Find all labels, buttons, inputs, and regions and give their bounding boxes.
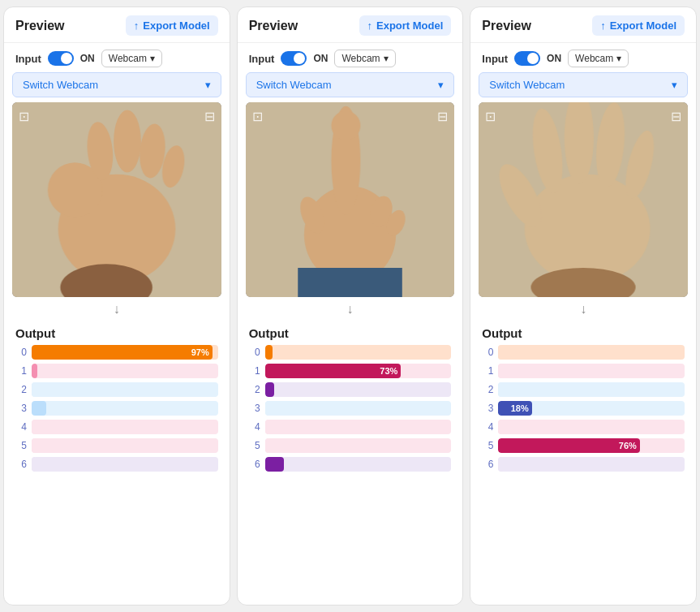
switch-webcam-button[interactable]: Switch Webcam▾ xyxy=(12,72,221,97)
bar-track xyxy=(498,457,685,472)
chevron-down-icon: ▾ xyxy=(384,53,389,64)
switch-webcam-button[interactable]: Switch Webcam▾ xyxy=(479,72,688,97)
bar-fill xyxy=(498,457,504,472)
bar-track xyxy=(265,420,452,434)
on-label: ON xyxy=(547,53,561,64)
switch-webcam-label: Switch Webcam xyxy=(23,79,98,91)
input-toggle[interactable] xyxy=(48,51,74,66)
export-model-button[interactable]: ↑Export Model xyxy=(126,15,218,36)
bar-label: 0 xyxy=(482,347,493,358)
switch-webcam-button[interactable]: Switch Webcam▾ xyxy=(246,72,455,97)
bar-fill xyxy=(32,401,46,416)
panel-header: Preview↑Export Model xyxy=(470,7,696,43)
bar-row: 576% xyxy=(482,438,685,453)
bar-label: 3 xyxy=(249,403,260,414)
bar-track xyxy=(32,364,218,378)
bar-label: 4 xyxy=(15,421,27,433)
input-row: InputONWebcam▾ xyxy=(238,43,463,72)
bar-label: 5 xyxy=(15,440,27,451)
bar-label: 6 xyxy=(249,459,260,470)
bar-track xyxy=(32,438,218,453)
toggle-thumb xyxy=(61,53,72,64)
export-icon: ↑ xyxy=(600,19,606,32)
bar-label: 2 xyxy=(15,384,27,395)
bar-label: 1 xyxy=(482,365,493,377)
bar-percentage: 73% xyxy=(380,366,397,376)
switch-webcam-row: Switch Webcam▾ xyxy=(4,72,230,102)
crop-icon[interactable]: ⊡ xyxy=(19,109,29,124)
bar-fill xyxy=(32,457,36,472)
webcam-select[interactable]: Webcam▾ xyxy=(334,50,395,67)
bar-row: 5 xyxy=(15,438,218,453)
webcam-preview: ⊡⊟ xyxy=(246,102,455,297)
chevron-down-icon: ▾ xyxy=(150,53,155,64)
crop-icon[interactable]: ⊡ xyxy=(252,109,263,124)
split-view-icon[interactable]: ⊟ xyxy=(204,109,215,124)
bar-track xyxy=(32,457,218,472)
output-title: Output xyxy=(249,326,452,340)
bar-fill xyxy=(32,420,36,434)
bar-label: 4 xyxy=(249,421,260,433)
bar-row: 4 xyxy=(15,420,218,434)
input-label: Input xyxy=(249,53,275,65)
bar-row: 0 xyxy=(482,345,685,360)
bar-fill xyxy=(498,345,501,360)
bar-row: 6 xyxy=(482,457,685,472)
export-label: Export Model xyxy=(376,19,443,32)
bar-label: 2 xyxy=(482,384,493,395)
split-view-icon[interactable]: ⊟ xyxy=(671,109,681,124)
hand-image xyxy=(246,102,455,297)
bar-track: 76% xyxy=(498,438,685,453)
bar-track xyxy=(32,382,218,397)
export-model-button[interactable]: ↑Export Model xyxy=(592,15,685,36)
bar-fill: 97% xyxy=(32,345,213,360)
chevron-down-icon: ▾ xyxy=(616,53,621,64)
bar-percentage: 18% xyxy=(511,403,529,413)
panel-3: Preview↑Export ModelInputONWebcam▾Switch… xyxy=(470,6,697,606)
bar-row: 318% xyxy=(482,401,685,416)
bar-fill xyxy=(265,382,274,397)
webcam-label: Webcam xyxy=(341,53,380,64)
down-arrow-icon: ↓ xyxy=(470,297,696,321)
input-label: Input xyxy=(15,53,41,65)
bar-fill xyxy=(32,382,35,397)
bar-row: 6 xyxy=(249,457,452,472)
on-label: ON xyxy=(80,53,95,64)
bar-fill xyxy=(265,345,273,360)
input-toggle[interactable] xyxy=(514,51,540,66)
output-section: Output0173%23456 xyxy=(238,321,463,605)
bar-track xyxy=(265,401,452,416)
bar-label: 3 xyxy=(15,403,27,414)
bar-track: 73% xyxy=(265,364,452,378)
on-label: ON xyxy=(313,53,328,64)
bar-track xyxy=(498,382,685,397)
output-section: Output012318%4576%6 xyxy=(470,321,696,605)
bar-fill xyxy=(498,382,501,397)
webcam-select[interactable]: Webcam▾ xyxy=(568,50,629,67)
export-model-button[interactable]: ↑Export Model xyxy=(359,15,452,36)
bar-track xyxy=(498,420,685,434)
bar-track xyxy=(498,345,685,360)
bar-track xyxy=(265,438,452,453)
bar-fill xyxy=(265,438,268,453)
bar-row: 2 xyxy=(482,382,685,397)
bar-fill xyxy=(498,364,502,378)
bar-track: 18% xyxy=(498,401,685,416)
bar-row: 173% xyxy=(249,364,452,378)
bar-fill: 73% xyxy=(265,364,402,378)
switch-webcam-row: Switch Webcam▾ xyxy=(470,72,696,102)
chevron-down-icon: ▾ xyxy=(672,79,677,91)
bar-label: 6 xyxy=(15,459,27,470)
bar-fill: 76% xyxy=(498,438,640,453)
webcam-select[interactable]: Webcam▾ xyxy=(101,50,162,67)
export-icon: ↑ xyxy=(367,19,373,32)
input-toggle[interactable] xyxy=(281,51,307,66)
webcam-preview: ⊡⊟ xyxy=(479,102,688,297)
panel-2: Preview↑Export ModelInputONWebcam▾Switch… xyxy=(237,6,464,606)
chevron-down-icon: ▾ xyxy=(205,79,211,91)
bar-row: 3 xyxy=(249,401,452,416)
split-view-icon[interactable]: ⊟ xyxy=(437,109,448,124)
bar-row: 0 xyxy=(249,345,452,360)
bar-label: 4 xyxy=(482,421,493,433)
crop-icon[interactable]: ⊡ xyxy=(485,109,496,124)
